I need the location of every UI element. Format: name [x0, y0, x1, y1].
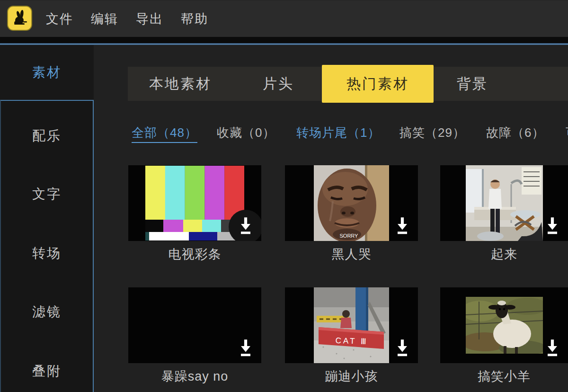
sidebar-item-material[interactable]: 素材 — [0, 45, 94, 100]
menubar: 文件 编辑 导出 帮助 — [0, 0, 568, 37]
content-panel: 本地素材 片头 热门素材 背景 全部（48） 收藏（0） 转场片尾（1） 搞笑（… — [94, 45, 568, 392]
sidebar-item-label: 素材 — [32, 63, 62, 81]
sorry-overlay-text: SORRY — [340, 233, 359, 239]
material-card: 搞笑小羊 — [440, 287, 568, 385]
thumbnail-crying-man[interactable]: SORRY — [285, 165, 418, 241]
material-card: 电视彩条 — [128, 165, 261, 263]
thumbnail-dancing-kid[interactable]: CAT Ⅲ — [285, 287, 418, 363]
material-card: CAT Ⅲ 蹦迪小孩 — [285, 287, 418, 385]
filter-funny[interactable]: 搞笑（29） — [399, 125, 465, 143]
tab-background[interactable]: 背景 — [457, 67, 488, 101]
sidebar: 素材 配乐 文字 转场 滤镜 叠附 — [0, 45, 94, 392]
material-title: 起来 — [440, 246, 568, 263]
thumbnail-funny-lamb[interactable] — [440, 287, 568, 363]
tab-local-material[interactable]: 本地素材 — [149, 67, 212, 101]
filter-all-selected[interactable]: 全部（48） — [132, 125, 197, 143]
sidebar-item-text[interactable]: 文字 — [1, 185, 93, 204]
menu-file[interactable]: 文件 — [46, 10, 73, 27]
rabbit-logo-icon — [10, 9, 29, 28]
tab-hot-material-selected[interactable]: 热门素材 — [322, 65, 434, 103]
sidebar-item-overlay[interactable]: 叠附 — [1, 362, 93, 381]
category-filter-row: 全部（48） 收藏（0） 转场片尾（1） 搞笑（29） 故障（6） 可 — [94, 125, 568, 146]
cat3-overlay-text: CAT Ⅲ — [335, 336, 368, 346]
material-title: 暴躁say no — [128, 368, 261, 385]
material-card: 暴躁say no — [128, 287, 261, 385]
menubar-divider — [0, 37, 568, 43]
lamb-in-field-image — [466, 297, 543, 354]
app-logo[interactable] — [7, 6, 32, 31]
sidebar-item-music[interactable]: 配乐 — [1, 126, 93, 145]
menu-export[interactable]: 导出 — [136, 10, 163, 27]
thumbnail-black-screen[interactable] — [128, 287, 261, 363]
download-icon[interactable] — [395, 339, 409, 357]
filter-transition-end[interactable]: 转场片尾（1） — [296, 125, 380, 143]
menu-edit[interactable]: 编辑 — [91, 10, 118, 27]
thumbnail-tv-color-bars[interactable] — [128, 165, 261, 241]
man-in-room-image — [466, 165, 543, 241]
filter-favorites[interactable]: 收藏（0） — [217, 125, 275, 143]
sidebar-panel: 配乐 文字 转场 滤镜 叠附 — [0, 100, 94, 392]
menu-items: 文件 编辑 导出 帮助 — [46, 0, 208, 37]
menu-help[interactable]: 帮助 — [181, 10, 208, 27]
thumbnail-man-in-room[interactable] — [440, 165, 568, 241]
crying-man-image: SORRY — [314, 165, 389, 241]
sidebar-item-transition[interactable]: 转场 — [1, 244, 93, 263]
sidebar-item-filter[interactable]: 滤镜 — [1, 303, 93, 321]
download-icon[interactable] — [239, 339, 253, 357]
app-window: 文件 编辑 导出 帮助 素材 配乐 文字 转场 滤镜 叠附 本地素材 片头 — [0, 0, 568, 392]
material-title: 蹦迪小孩 — [285, 368, 418, 385]
tab-intro[interactable]: 片头 — [263, 67, 294, 101]
download-icon[interactable] — [545, 339, 559, 357]
material-card: SORRY 黑人哭 — [285, 165, 418, 263]
download-icon[interactable] — [545, 217, 559, 235]
material-tabbar: 本地素材 片头 热门素材 背景 — [128, 67, 568, 101]
material-title: 搞笑小羊 — [440, 368, 568, 385]
material-title: 黑人哭 — [285, 246, 418, 263]
material-card: 起来 — [440, 165, 568, 263]
dancing-kid-image: CAT Ⅲ — [314, 287, 389, 363]
download-icon[interactable] — [239, 217, 253, 235]
main-area: 素材 配乐 文字 转场 滤镜 叠附 本地素材 片头 热门素材 背景 全部（48）… — [0, 45, 568, 392]
material-title: 电视彩条 — [128, 246, 261, 263]
filter-partial-clipped[interactable]: 可 — [566, 125, 568, 143]
filter-glitch[interactable]: 故障（6） — [486, 125, 544, 143]
download-icon[interactable] — [395, 217, 409, 235]
